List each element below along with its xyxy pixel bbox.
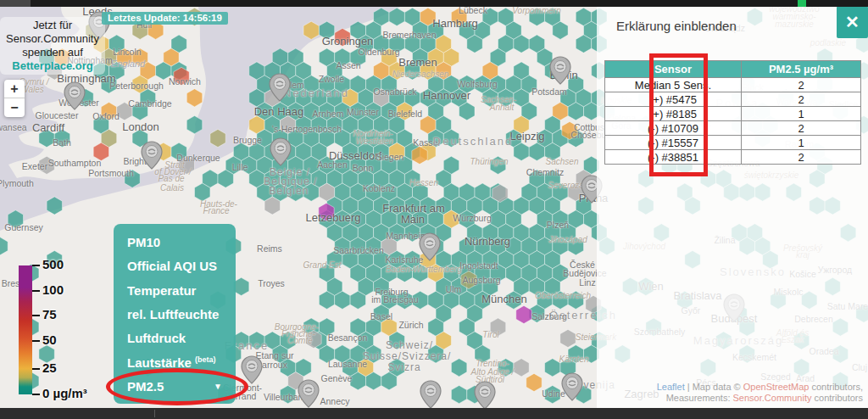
- osm-link[interactable]: OpenStreetMap: [743, 382, 810, 392]
- legend-tick: [32, 368, 40, 370]
- table-row: (+) #81851: [605, 107, 861, 121]
- layer-menu-item-lautstaerke[interactable]: Lautstärke (beta): [127, 355, 227, 370]
- layer-menu-item-rel-luftfeuchte[interactable]: rel. Luftfeuchte: [127, 307, 227, 321]
- top-bar-green-indicator: [798, 0, 806, 7]
- attribution-text: contributors,: [809, 382, 863, 392]
- map-pin[interactable]: [420, 381, 441, 408]
- sensor-column-header: Sensor: [605, 61, 742, 78]
- value-cell: 2: [742, 78, 861, 92]
- legend-tick: [32, 265, 40, 266]
- legend-tick: [32, 340, 40, 342]
- attribution-text: | Map data ©: [685, 382, 743, 392]
- layer-menu: PM10Official AQI USTemperaturrel. Luftfe…: [114, 224, 236, 404]
- sensor-community-link[interactable]: Sensor.Community: [733, 393, 812, 403]
- pm25-column-header: PM2.5 µg/m³: [742, 61, 861, 78]
- donation-line: Jetzt für: [0, 19, 105, 32]
- table-row: Median 5 Sens.2: [605, 78, 861, 92]
- table-row: (-) #107092: [605, 121, 861, 136]
- map-pin[interactable]: [242, 356, 262, 383]
- value-cell: 2: [742, 150, 861, 165]
- donation-line: Sensor.Community: [0, 32, 105, 46]
- layer-menu-item-pm25-selected[interactable]: PM2.5▼: [127, 379, 227, 394]
- map-pin[interactable]: [298, 380, 319, 407]
- selected-layer-label: PM2.5: [127, 379, 164, 394]
- sensor-cell[interactable]: (-) #10709: [605, 121, 742, 136]
- map-pin[interactable]: [270, 74, 290, 101]
- legend-tick: [32, 290, 40, 292]
- value-cell: 1: [742, 136, 861, 150]
- zoom-in-button[interactable]: +: [4, 80, 25, 98]
- table-row: (-) #155571: [605, 136, 861, 150]
- sensor-cell[interactable]: (-) #38851: [605, 150, 742, 165]
- table-row: (-) #388512: [605, 150, 861, 165]
- legend-tick: [32, 394, 40, 395]
- attribution-text: Measurements:: [666, 393, 733, 403]
- legend-tick: [32, 315, 40, 316]
- sensor-cell[interactable]: (-) #15557: [605, 136, 742, 150]
- layer-menu-item-luftdruck[interactable]: Luftdruck: [127, 331, 227, 345]
- value-cell: 2: [742, 92, 861, 107]
- zoom-control: + −: [4, 80, 25, 117]
- donation-line: spenden auf: [0, 46, 105, 59]
- map-pin[interactable]: [64, 82, 85, 109]
- chevron-down-icon: ▼: [214, 382, 222, 391]
- attribution-line1: Leaflet | Map data © OpenStreetMap contr…: [657, 382, 863, 393]
- attribution-line2: Measurements: Sensor.Community contribut…: [657, 393, 863, 404]
- bottom-chrome-bar: [0, 408, 868, 419]
- value-cell: 1: [742, 107, 861, 121]
- legend-tick-label: 25: [42, 360, 57, 375]
- explanation-toggle[interactable]: Erklärung einblenden: [616, 19, 737, 33]
- layer-menu-item-temperatur[interactable]: Temperatur: [127, 283, 227, 298]
- layer-menu-item-pm10[interactable]: PM10: [127, 235, 227, 249]
- sensor-cell[interactable]: (+) #5475: [605, 92, 742, 107]
- sensor-cell[interactable]: Median 5 Sens.: [605, 78, 742, 92]
- last-update-badge: Letztes Update: 14:56:19: [102, 12, 228, 25]
- donation-note: Jetzt für Sensor.Community spenden auf B…: [0, 17, 105, 75]
- leaflet-link[interactable]: Leaflet: [657, 382, 685, 392]
- sensor-cell[interactable]: (+) #8185: [605, 107, 742, 121]
- map-pin[interactable]: [550, 57, 570, 84]
- close-icon[interactable]: ✕: [837, 6, 868, 38]
- legend-tick-label: 50: [42, 332, 57, 347]
- layer-menu-item-official-aqi-us[interactable]: Official AQI US: [127, 259, 227, 273]
- legend-tick-label: 500: [42, 257, 64, 271]
- map-pin[interactable]: [142, 142, 162, 169]
- legend-tick-label: 100: [42, 282, 64, 297]
- zoom-out-button[interactable]: −: [4, 98, 25, 117]
- bottom-bar-divider: [154, 410, 155, 417]
- top-chrome-bar: [0, 0, 868, 7]
- map-pin[interactable]: [420, 233, 440, 260]
- sensor-table: Sensor PM2.5 µg/m³ Median 5 Sens.2(+) #5…: [604, 60, 861, 165]
- legend-tick-label: 0 µg/m³: [42, 386, 87, 400]
- sensor-community-map-app: LeedsHullLincolnEnglandNottinghamBirming…: [0, 0, 868, 419]
- top-bar-corner: [0, 0, 31, 7]
- attribution-text: contributors: [811, 393, 863, 403]
- map-pin[interactable]: [270, 138, 291, 165]
- map-pin[interactable]: [562, 373, 582, 400]
- table-row: (+) #54752: [605, 92, 861, 107]
- map-pin[interactable]: [475, 382, 495, 409]
- legend-gradient-bar: [19, 265, 32, 394]
- betterplace-link[interactable]: Betterplace.org: [0, 59, 105, 73]
- map-attribution: Leaflet | Map data © OpenStreetMap contr…: [657, 382, 863, 404]
- table-header-row: Sensor PM2.5 µg/m³: [605, 61, 861, 78]
- value-cell: 2: [742, 121, 861, 136]
- legend-tick-label: 75: [42, 307, 57, 321]
